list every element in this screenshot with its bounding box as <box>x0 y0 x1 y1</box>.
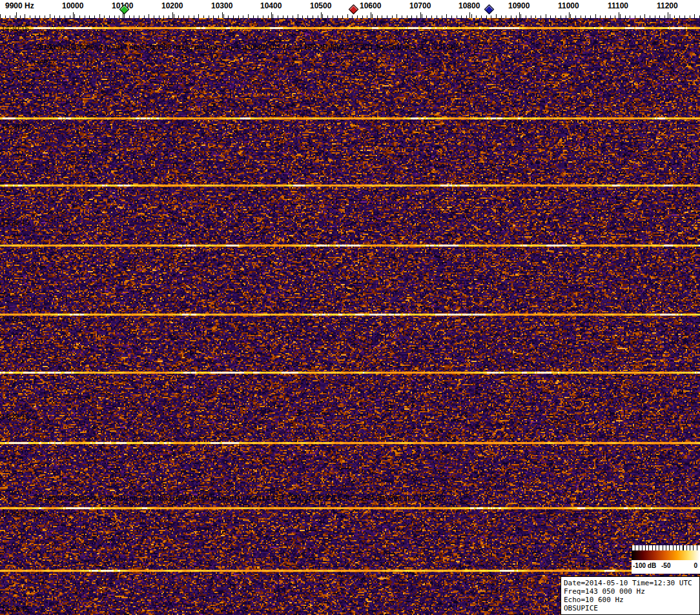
major-tick <box>271 12 272 18</box>
time-tick-label: 14:30:00 <box>1 123 29 130</box>
colorbar: -100 dB -50 0 <box>632 545 700 574</box>
colorbar-gradient <box>632 550 700 560</box>
blue-marker[interactable] <box>484 5 495 15</box>
info-frequency: Freq=143 050 000 Hz <box>564 587 697 596</box>
major-tick <box>420 12 421 18</box>
major-tick <box>519 12 520 18</box>
detection-annotation: ^t+09 <box>30 59 48 66</box>
major-tick <box>569 12 570 18</box>
detection-annotation: 20140510123009652 hCnt17 nb-87 f10589 hi… <box>36 43 460 51</box>
colorbar-label-min: -100 dB <box>633 562 656 569</box>
spectrogram-app: 9900 Hz100001010010200103001040010500106… <box>0 0 700 615</box>
time-tick-label: 14:29:30 <box>1 315 29 323</box>
time-tick-label: 14:28:45 <box>1 605 29 613</box>
freq-tick-label: 10600 <box>360 1 381 10</box>
freq-tick-label: 10500 <box>310 1 331 10</box>
colorbar-labels: -100 dB -50 0 <box>632 560 700 574</box>
colorbar-label-mid: -50 <box>661 562 670 569</box>
major-tick <box>73 12 74 18</box>
detection-annotation: 20140510122900052 hCnt16 nb-68 f10853 hi… <box>36 494 446 502</box>
freq-tick-label: 10800 <box>458 1 480 10</box>
freq-tick-label: 10900 <box>508 1 530 10</box>
major-tick <box>321 12 322 18</box>
spectrogram-canvas[interactable] <box>0 18 700 615</box>
waterfall-display[interactable]: 14:30:1514:30:0014:29:4514:29:3014:29:15… <box>0 18 700 615</box>
major-tick <box>668 12 668 18</box>
time-tick-label: 14:29:15 <box>1 412 29 420</box>
info-date-time: Date=2014-05-10 Time=12:30 UTC <box>564 579 697 587</box>
major-tick <box>16 12 17 18</box>
station-info-box: Date=2014-05-10 Time=12:30 UTC Freq=143 … <box>561 576 700 615</box>
info-echo: Echo=10 600 Hz <box>564 596 697 604</box>
freq-tick-label: 10400 <box>260 1 282 10</box>
freq-tick-label: 10300 <box>211 1 232 10</box>
time-tick-label: 14:29:45 <box>1 219 29 227</box>
colorbar-label-max: 0 <box>694 562 697 569</box>
major-tick <box>619 12 619 18</box>
freq-tick-label: 10000 <box>62 1 83 10</box>
time-tick-label: 14:30:15 <box>1 25 29 32</box>
major-tick <box>172 12 173 18</box>
major-tick <box>469 12 470 18</box>
freq-tick-label: 11100 <box>608 1 628 10</box>
detection-annotation: ^t+00 <box>30 510 48 518</box>
red-marker[interactable] <box>349 5 359 15</box>
frequency-ruler: 9900 Hz100001010010200103001040010500106… <box>0 0 700 18</box>
freq-tick-label: 10200 <box>161 1 183 10</box>
major-tick <box>371 12 371 18</box>
freq-tick-label: 9900 Hz <box>5 1 34 10</box>
info-station: OBSUPICE <box>564 604 697 612</box>
major-tick <box>222 12 223 18</box>
freq-tick-label: 10700 <box>409 1 431 10</box>
colorbar-ticks <box>632 545 700 550</box>
freq-tick-label: 11000 <box>558 1 579 10</box>
time-tick-label: 14:29:00 <box>1 509 29 517</box>
freq-tick-label: 11200 <box>657 1 678 10</box>
